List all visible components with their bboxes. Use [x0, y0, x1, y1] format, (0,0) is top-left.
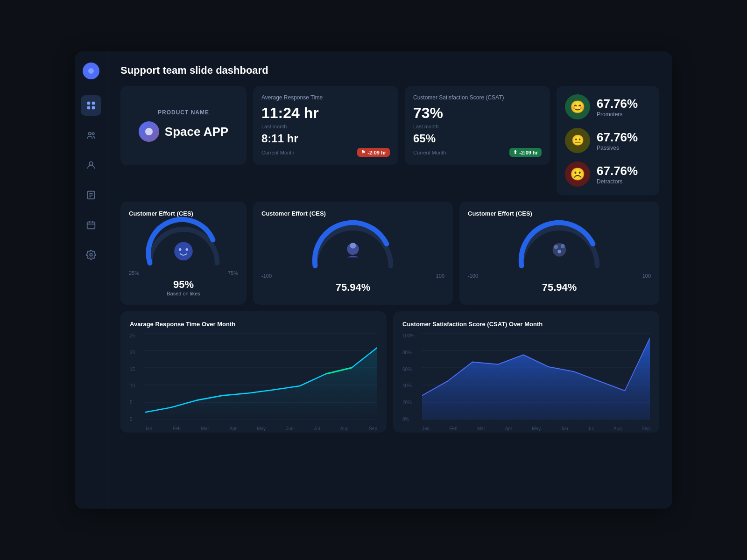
svg-point-22	[554, 245, 558, 249]
svg-point-18	[186, 248, 188, 251]
ces3-title: Customer Effort (CES)	[468, 210, 651, 217]
chart1-svg	[145, 333, 377, 420]
nps-passives: 😐 67.76% Passives	[565, 128, 651, 153]
chart2-area: 100%80%60%40%20%0%	[402, 333, 650, 431]
csat-title: Customer Satisfaction Score (CSAT)	[413, 94, 542, 101]
ces3-gauge-wrapper: -100 100 75.94%	[468, 221, 651, 296]
product-name-label: PRODUCT NAME	[158, 109, 209, 116]
svg-point-24	[557, 250, 561, 253]
avg-response-current-label: Current Month	[261, 150, 294, 155]
ces-card-3: Customer Effort (CES) -100	[459, 202, 659, 305]
sidebar	[75, 51, 107, 509]
svg-point-23	[561, 244, 565, 248]
chart2-x-labels: JanFebMarAprMayJunJulAugSep	[422, 426, 650, 431]
ces2-range-max: 100	[436, 273, 444, 279]
csat-last-month-label: Last month	[413, 124, 542, 129]
passives-label: Passives	[597, 145, 651, 151]
csat-badge-text: -2:09 hr	[519, 150, 538, 155]
svg-point-6	[89, 162, 92, 165]
nps-promoters: 😊 67.76% Promoters	[565, 94, 651, 119]
svg-rect-2	[87, 106, 90, 109]
nps-detractors: ☹️ 67.76% Detractors	[565, 161, 651, 187]
ces1-range-min: 25%	[129, 270, 139, 276]
ces2-gauge-wrapper: -100 100 75.94%	[261, 221, 444, 296]
sidebar-item-reports[interactable]	[81, 185, 101, 205]
detractors-info: 67.76% Detractors	[597, 164, 651, 185]
avg-response-last-month-value: 11:24 hr	[261, 105, 390, 122]
product-icon	[139, 121, 159, 142]
promoters-pct: 67.76%	[597, 97, 651, 111]
sidebar-item-dashboard[interactable]	[81, 95, 101, 116]
svg-point-4	[88, 133, 91, 135]
chart-csat: Customer Satisfaction Score (CSAT) Over …	[393, 311, 659, 433]
chart2-svg	[422, 333, 650, 420]
avg-response-current-row: Current Month ⚑ -2:09 hr	[261, 148, 390, 157]
promoters-label: Promoters	[597, 111, 651, 118]
ces3-range-min: -100	[468, 273, 478, 279]
ces1-sub: Based on likes	[167, 291, 200, 296]
svg-rect-11	[87, 222, 95, 229]
csat-last-month-value: 73%	[413, 105, 542, 122]
sidebar-item-team[interactable]	[81, 125, 101, 146]
avg-response-last-month-label: Last month	[261, 124, 390, 129]
mid-row: Customer Effort (CES)	[120, 202, 659, 305]
csat-current-value: 65%	[413, 132, 542, 145]
page-title: Support team slide dashboard	[120, 64, 659, 77]
ces3-gauge-svg	[517, 224, 601, 270]
svg-rect-1	[92, 102, 94, 105]
avg-response-badge-text: -2:09 hr	[367, 150, 386, 155]
chart1-area: 2520151050	[130, 333, 377, 431]
ces1-gauge-range: 25% 75%	[129, 270, 238, 276]
svg-rect-3	[92, 106, 94, 109]
csat-badge: ⬆ -2:09 hr	[509, 148, 542, 157]
outer-background: Support team slide dashboard PRODUCT NAM…	[0, 0, 747, 560]
promoters-face: 😊	[565, 94, 590, 119]
ces-card-1: Customer Effort (CES)	[120, 202, 247, 305]
bottom-row: Avarage Response Time Over Month 2520151…	[120, 311, 659, 433]
ces2-value: 75.94%	[336, 281, 371, 294]
svg-point-17	[179, 248, 181, 251]
avg-response-current-value: 8:11 hr	[261, 132, 390, 145]
csat-card: Customer Satisfaction Score (CSAT) 73% L…	[405, 86, 550, 165]
main-container: Support team slide dashboard PRODUCT NAM…	[75, 51, 672, 509]
ces1-range-max: 75%	[228, 270, 238, 276]
csat-current-row: Current Month ⬆ -2:09 hr	[413, 148, 542, 157]
csat-badge-icon: ⬆	[513, 149, 517, 155]
passives-pct: 67.76%	[597, 130, 651, 145]
ces2-range-min: -100	[261, 273, 272, 279]
sidebar-item-users[interactable]	[81, 155, 101, 175]
nps-column: 😊 67.76% Promoters 😐 67.76% Passives	[557, 86, 659, 195]
sidebar-logo[interactable]	[83, 63, 99, 79]
csat-current-label: Current Month	[413, 150, 446, 155]
ces3-value: 75.94%	[542, 281, 577, 294]
detractors-pct: 67.76%	[597, 164, 651, 178]
sidebar-item-settings[interactable]	[81, 245, 101, 265]
product-app-name: Space APP	[165, 125, 228, 139]
avg-response-title: Average Response Time	[261, 94, 390, 101]
sidebar-item-calendar[interactable]	[81, 215, 101, 235]
ces2-title: Customer Effort (CES)	[261, 210, 444, 217]
svg-point-20	[350, 243, 356, 249]
ces3-range-max: 100	[642, 273, 651, 279]
ces-card-2: Customer Effort (CES) -100 100	[253, 202, 453, 305]
avg-response-badge-icon: ⚑	[361, 149, 366, 155]
promoters-info: 67.76% Promoters	[597, 97, 651, 118]
avg-response-card: Average Response Time 11:24 hr Last mont…	[253, 86, 398, 165]
ces1-title: Customer Effort (CES)	[129, 210, 238, 217]
passives-info: 67.76% Passives	[597, 130, 651, 151]
passives-face: 😐	[565, 128, 590, 153]
detractors-label: Detractors	[597, 178, 651, 185]
avg-response-badge: ⚑ -2:09 hr	[357, 148, 390, 157]
chart2-title: Customer Satisfaction Score (CSAT) Over …	[402, 321, 650, 328]
chart1-title: Avarage Response Time Over Month	[130, 321, 377, 328]
svg-point-15	[90, 253, 92, 256]
svg-point-5	[92, 133, 94, 135]
top-row: PRODUCT NAME Space APP Average Response …	[120, 86, 659, 195]
product-card: PRODUCT NAME Space APP	[120, 86, 247, 165]
product-brand: Space APP	[139, 121, 228, 142]
svg-point-16	[174, 242, 193, 261]
svg-rect-0	[87, 102, 90, 105]
chart1-y-labels: 2520151050	[130, 333, 144, 422]
sidebar-nav	[81, 95, 101, 497]
ces3-gauge-range: -100 100	[468, 273, 651, 279]
